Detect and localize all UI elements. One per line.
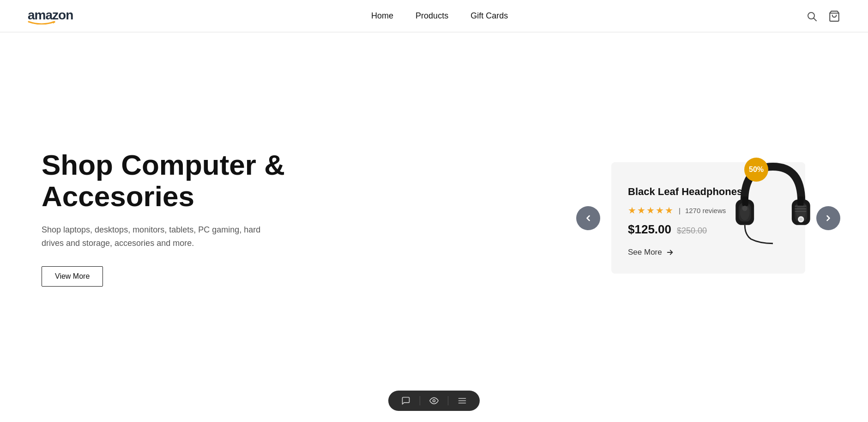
hero-right: 50% <box>576 162 840 274</box>
logo-text: amazon <box>28 8 73 22</box>
chevron-right-icon <box>824 214 833 223</box>
product-card: 50% <box>611 162 805 274</box>
see-more-label: See More <box>628 248 662 257</box>
review-count: 1270 reviews <box>685 207 726 214</box>
main-nav: Home Products Gift Cards <box>371 11 508 21</box>
carousel-next-button[interactable] <box>816 206 840 230</box>
review-separator: | <box>679 207 681 214</box>
nav-gift-cards[interactable]: Gift Cards <box>470 11 508 21</box>
price-current: $125.00 <box>628 222 671 237</box>
svg-line-2 <box>814 18 817 21</box>
bottom-toolbar <box>388 391 480 394</box>
product-stars: ★★★★★ <box>628 205 674 216</box>
view-more-button[interactable]: View More <box>42 266 103 287</box>
search-icon <box>806 11 817 22</box>
nav-home[interactable]: Home <box>371 11 393 21</box>
svg-point-14 <box>742 206 747 211</box>
chevron-left-icon <box>584 214 593 223</box>
cart-button[interactable] <box>828 10 840 22</box>
price-original: $250.00 <box>677 226 707 236</box>
headphones-image <box>729 158 817 255</box>
hero-section: Shop Computer & Accesories Shop laptops,… <box>0 32 868 394</box>
search-button[interactable] <box>806 11 817 22</box>
arrow-right-icon <box>666 248 674 257</box>
hero-left: Shop Computer & Accesories Shop laptops,… <box>42 149 319 287</box>
cart-icon <box>828 10 840 22</box>
header-actions <box>806 10 840 22</box>
carousel-prev-button[interactable] <box>576 206 600 230</box>
svg-rect-13 <box>797 196 803 206</box>
hero-subtitle: Shop laptops, desktops, monitors, tablet… <box>42 223 282 250</box>
svg-rect-12 <box>742 196 748 206</box>
nav-products[interactable]: Products <box>416 11 448 21</box>
svg-point-11 <box>799 217 803 221</box>
discount-badge: 50% <box>744 158 768 182</box>
hero-title: Shop Computer & Accesories <box>42 149 319 212</box>
product-image <box>727 153 819 259</box>
logo[interactable]: amazon <box>28 8 73 24</box>
